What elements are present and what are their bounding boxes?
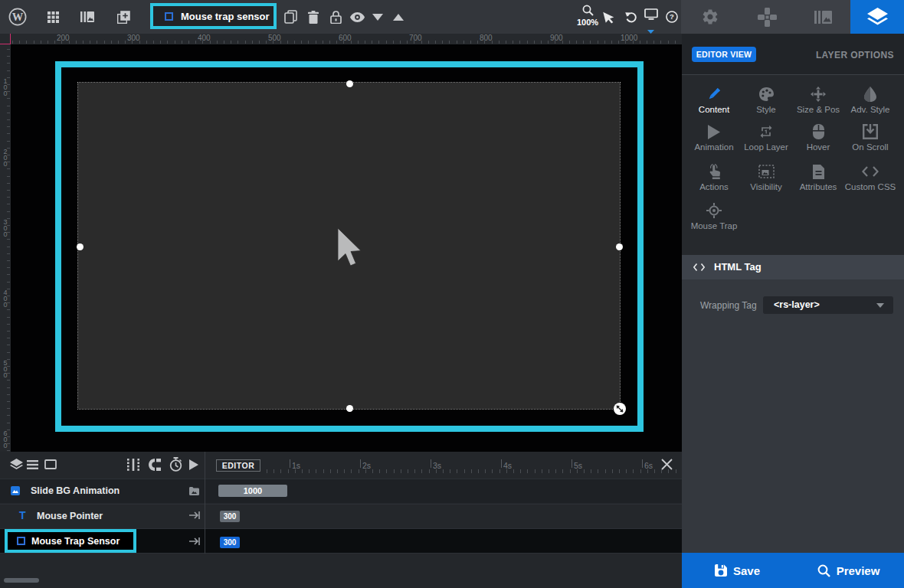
svg-text:?: ? xyxy=(670,12,674,21)
svg-text:W: W xyxy=(12,11,24,23)
